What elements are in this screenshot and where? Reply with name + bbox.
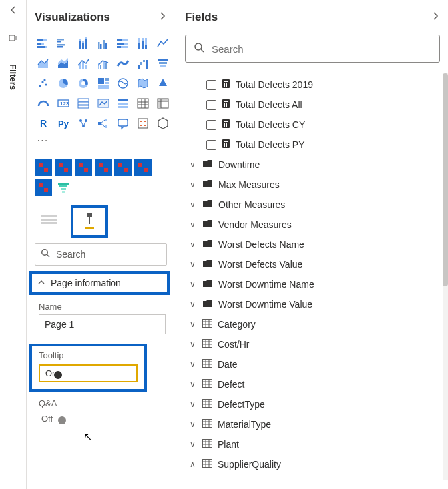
collapse-fields-icon[interactable]	[431, 11, 440, 23]
custom-visual-7[interactable]	[35, 179, 52, 196]
gauge-icon[interactable]	[35, 95, 52, 112]
fields-search[interactable]	[185, 35, 440, 63]
svg-rect-87	[105, 125, 107, 128]
filled-map-icon[interactable]	[134, 75, 152, 92]
smart-narrative-icon[interactable]	[134, 115, 152, 132]
collapse-left-icon[interactable]	[9, 5, 18, 17]
folder-row[interactable]: ∨Worst Downtime Name	[185, 274, 440, 294]
area-chart-icon[interactable]	[35, 55, 52, 72]
fields-scrollbar[interactable]	[443, 73, 448, 480]
svg-rect-18	[103, 40, 105, 49]
table-row[interactable]: ∨MaterialType	[185, 414, 440, 434]
folder-row[interactable]: ∨Worst Downtime Value	[185, 294, 440, 314]
folder-row[interactable]: ∨Other Measures	[185, 195, 440, 215]
funnel-chart-icon[interactable]	[154, 55, 172, 72]
table-row[interactable]: ∨Cost/Hr	[185, 334, 440, 354]
pie-chart-icon[interactable]	[55, 75, 72, 92]
visualization-gallery: 123 R Py	[35, 35, 167, 132]
card-icon[interactable]: 123	[55, 95, 72, 112]
hundred-stacked-column-icon[interactable]	[134, 35, 152, 52]
svg-rect-169	[203, 460, 212, 468]
field-row[interactable]: Total Defects All	[185, 95, 440, 115]
hundred-stacked-bar-icon[interactable]	[114, 35, 132, 52]
line-chart-icon[interactable]	[154, 35, 172, 52]
key-influencers-icon[interactable]	[75, 115, 92, 132]
stacked-area-chart-icon[interactable]	[55, 55, 72, 72]
svg-rect-17	[100, 44, 102, 49]
checkbox[interactable]	[206, 140, 216, 150]
table-row[interactable]: ∨Plant	[185, 434, 440, 454]
clustered-column-chart-icon[interactable]	[95, 35, 112, 52]
svg-line-84	[83, 121, 86, 126]
table-row[interactable]: ∨Category	[185, 314, 440, 334]
folder-row[interactable]: ∨Downtime	[185, 155, 440, 175]
treemap-icon[interactable]	[95, 75, 112, 92]
stacked-column-chart-icon[interactable]	[75, 35, 92, 52]
page-name-input[interactable]	[39, 314, 166, 334]
r-visual-icon[interactable]: R	[35, 115, 52, 132]
table-icon	[202, 459, 212, 470]
field-row[interactable]: Total Defects PY	[185, 135, 440, 155]
custom-visual-3[interactable]	[75, 159, 92, 176]
waterfall-chart-icon[interactable]	[134, 55, 152, 72]
decomposition-tree-icon[interactable]	[95, 115, 112, 132]
chevron-down-icon: ∨	[188, 180, 197, 189]
checkbox[interactable]	[206, 80, 216, 90]
table-row[interactable]: ∨Date	[185, 354, 440, 374]
custom-visual-4[interactable]	[95, 159, 112, 176]
svg-rect-123	[224, 121, 228, 122]
bookmark-pane-icon[interactable]	[8, 33, 19, 45]
table-row[interactable]: ∧SupplierQuality	[185, 454, 440, 474]
slicer-icon[interactable]	[114, 95, 132, 112]
fields-tab-icon[interactable]	[40, 214, 57, 229]
scrollbar-thumb[interactable]	[443, 73, 448, 286]
chevron-down-icon: ∨	[188, 200, 197, 209]
folder-row[interactable]: ∨Worst Defects Name	[185, 235, 440, 254]
line-stacked-column-icon[interactable]	[75, 55, 92, 72]
custom-visual-5[interactable]	[114, 159, 132, 176]
page-information-header[interactable]: Page information	[29, 271, 170, 295]
map-icon[interactable]	[114, 75, 132, 92]
donut-chart-icon[interactable]	[75, 75, 92, 92]
filters-tab-label[interactable]: Filters	[8, 64, 18, 90]
custom-visual-2[interactable]	[55, 159, 72, 176]
paginated-report-icon[interactable]	[154, 115, 172, 132]
format-tab-icon[interactable]	[83, 212, 96, 231]
svg-rect-67	[118, 99, 128, 101]
search-icon	[194, 42, 205, 55]
line-clustered-column-icon[interactable]	[95, 55, 112, 72]
svg-rect-25	[117, 46, 121, 48]
more-visuals-button[interactable]: ···	[35, 133, 167, 146]
fields-search-input[interactable]	[212, 43, 431, 55]
field-row[interactable]: Total Defects CY	[185, 115, 440, 135]
clustered-bar-chart-icon[interactable]	[55, 35, 72, 52]
svg-rect-59	[98, 85, 109, 89]
svg-line-88	[101, 120, 105, 123]
multi-row-card-icon[interactable]	[75, 95, 92, 112]
table-row[interactable]: ∨Defect	[185, 374, 440, 394]
scatter-chart-icon[interactable]	[35, 75, 52, 92]
custom-visual-funnel[interactable]	[55, 179, 72, 196]
azure-map-icon[interactable]	[154, 75, 172, 92]
stacked-bar-chart-icon[interactable]	[35, 35, 52, 52]
table-icon[interactable]	[134, 95, 152, 112]
checkbox[interactable]	[206, 100, 216, 110]
measure-icon	[222, 119, 230, 131]
folder-row[interactable]: ∨Worst Defects Value	[185, 254, 440, 274]
qa-visual-icon[interactable]	[114, 115, 132, 132]
python-visual-icon[interactable]: Py	[55, 115, 72, 132]
ribbon-chart-icon[interactable]	[114, 55, 132, 72]
format-search-input[interactable]	[56, 249, 161, 260]
custom-visual-6[interactable]	[134, 159, 152, 176]
folder-row[interactable]: ∨Vendor Measures	[185, 215, 440, 235]
field-row[interactable]: Total Defects 2019	[185, 75, 440, 95]
svg-rect-36	[82, 61, 84, 69]
folder-row[interactable]: ∨Max Measures	[185, 175, 440, 195]
format-search[interactable]	[35, 243, 167, 266]
collapse-viz-icon[interactable]	[158, 11, 167, 23]
checkbox[interactable]	[206, 120, 216, 130]
table-row[interactable]: ∨DefectType	[185, 394, 440, 414]
custom-visual-1[interactable]	[35, 159, 52, 176]
kpi-icon[interactable]	[95, 95, 112, 112]
matrix-icon[interactable]	[154, 95, 172, 112]
